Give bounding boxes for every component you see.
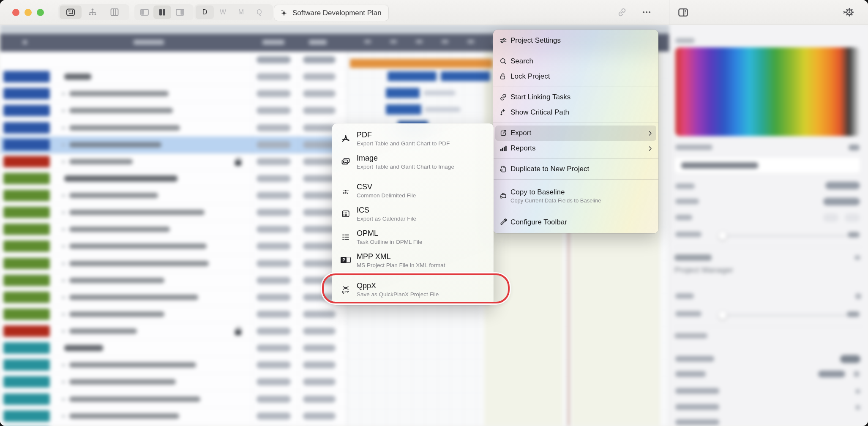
sidebar-value-pill[interactable] [840, 355, 860, 363]
table-row[interactable] [0, 170, 347, 187]
table-row[interactable] [0, 306, 347, 323]
sidebar-value-pill[interactable] [823, 213, 838, 222]
sidebar-value-pill[interactable] [845, 213, 860, 222]
slider-knob[interactable] [718, 311, 727, 320]
image-icon [337, 157, 354, 167]
color-spectrum-picker[interactable] [675, 47, 860, 136]
table-row[interactable] [0, 204, 347, 221]
submenu-item-image[interactable]: ImageExport Table and Gantt Chart to Ima… [332, 150, 494, 173]
end-date-blob [303, 124, 336, 131]
slider-track[interactable] [724, 235, 847, 237]
menu-item-configure-toolbar[interactable]: Configure Toolbar [493, 215, 658, 230]
toggle-inspector-button[interactable] [677, 6, 689, 18]
start-date-blob [257, 344, 291, 352]
menu-item-duplicate-to-new-project[interactable]: Duplicate to New Project [493, 161, 658, 177]
gantt-bar[interactable] [441, 71, 490, 81]
menu-item-show-critical-path[interactable]: Show Critical Path [493, 105, 658, 120]
end-date-blob [303, 56, 336, 63]
menu-item-copy-to-baseline[interactable]: Copy to BaselineCopy Current Data Fields… [493, 182, 658, 209]
submenu-item-text: OPMLTask Outline in OPML File [357, 229, 423, 245]
search-icon [497, 57, 509, 66]
menu-item-export[interactable]: Export [495, 126, 656, 141]
time-scale-w[interactable]: W [214, 5, 232, 19]
submenu-item-pdf[interactable]: PDFExport Table and Gantt Chart to PDF [332, 127, 494, 150]
menu-item-label: Project Settings [510, 36, 561, 45]
task-name-blob [69, 108, 173, 113]
table-row[interactable] [0, 255, 347, 272]
submenu-item-subtitle: Export Table and Gantt Chart to PDF [357, 140, 450, 147]
table-row[interactable] [0, 391, 347, 408]
start-date-blob [257, 141, 291, 148]
sidebar-label-blob [847, 311, 860, 317]
menu-item-search[interactable]: Search [493, 54, 658, 69]
task-bullet [62, 381, 65, 383]
menu-item-text: Export [510, 129, 531, 137]
show-both-panels-button[interactable] [153, 5, 171, 19]
traffic-light-minimize[interactable] [25, 9, 32, 16]
end-date-blob [303, 328, 336, 335]
table-row[interactable] [0, 153, 347, 170]
sidebar-label-blob [849, 145, 860, 150]
sidebar-label-blob [675, 183, 695, 189]
show-left-panel-button[interactable] [136, 5, 153, 19]
show-right-panel-button[interactable] [171, 5, 189, 19]
table-row[interactable] [0, 408, 347, 425]
menu-item-subtitle: Copy Current Data Fields to Baseline [510, 197, 601, 204]
table-row[interactable] [0, 357, 347, 374]
row-color-bar [3, 240, 50, 252]
gear-icon [843, 6, 855, 18]
submenu-item-csv[interactable]: ,csvCSVCommon Delimited File [332, 179, 494, 202]
menu-item-reports[interactable]: Reports [493, 141, 658, 156]
table-row[interactable] [0, 238, 347, 255]
sidebar-right-icon [677, 7, 689, 18]
table-row[interactable] [0, 187, 347, 204]
menu-item-lock-project[interactable]: Lock Project [493, 69, 658, 84]
row-color-bar [3, 71, 50, 82]
table-row[interactable] [0, 102, 347, 119]
table-row[interactable] [0, 120, 347, 137]
menu-item-start-linking-tasks[interactable]: Start Linking Tasks [493, 90, 658, 105]
more-options-button[interactable] [641, 6, 652, 18]
time-scale-d[interactable]: D [196, 5, 214, 19]
gantt-view-button[interactable] [60, 5, 82, 19]
document-title-field[interactable]: Software Development Plan [274, 5, 389, 21]
submenu-item-mpp-xml[interactable]: PMPP XMLMS Project Plan File in XML form… [332, 248, 494, 272]
table-row[interactable] [0, 323, 347, 340]
gantt-bar[interactable] [388, 71, 437, 81]
column-view-button[interactable] [104, 5, 126, 19]
gantt-bar[interactable] [386, 104, 421, 115]
sidebar-value-pill[interactable] [825, 182, 860, 189]
table-row-summary[interactable] [0, 52, 347, 68]
time-scale-q[interactable]: Q [250, 5, 268, 19]
menu-item-project-settings[interactable]: Project Settings [493, 33, 658, 48]
table-row[interactable] [0, 221, 347, 238]
link-tasks-button[interactable] [616, 6, 628, 18]
sidebar-value-pill[interactable] [818, 371, 845, 377]
slider-track[interactable] [724, 314, 847, 316]
settings-button[interactable] [843, 6, 855, 18]
time-scale-m[interactable]: M [232, 5, 250, 19]
table-row[interactable] [0, 137, 347, 153]
menu-item-label: Lock Project [510, 72, 550, 81]
submenu-item-ics[interactable]: ICSExport as Calendar File [332, 202, 494, 225]
network-view-button[interactable] [82, 5, 104, 19]
table-row[interactable] [0, 85, 347, 102]
header-label-blob [262, 40, 284, 45]
submenu-item-text: MPP XMLMS Project Plan File in XML forma… [357, 252, 445, 268]
traffic-light-close[interactable] [12, 9, 19, 16]
gantt-bar[interactable] [386, 88, 420, 98]
submenu-item-opml[interactable]: OPMLTask Outline in OPML File [332, 225, 494, 248]
gantt-summary-bar[interactable] [350, 59, 493, 68]
table-row[interactable] [0, 374, 347, 390]
sidebar-label-blob [674, 333, 707, 339]
table-row[interactable] [0, 340, 347, 357]
sidebar-value-pill[interactable] [823, 198, 860, 205]
start-date-blob [257, 107, 291, 114]
row-color-bar [3, 410, 50, 422]
table-row[interactable] [0, 289, 347, 306]
table-row[interactable] [0, 272, 347, 289]
slider-knob[interactable] [718, 232, 727, 240]
sidebar-divider [674, 247, 862, 247]
table-row[interactable] [0, 68, 347, 85]
traffic-light-zoom[interactable] [37, 9, 44, 16]
